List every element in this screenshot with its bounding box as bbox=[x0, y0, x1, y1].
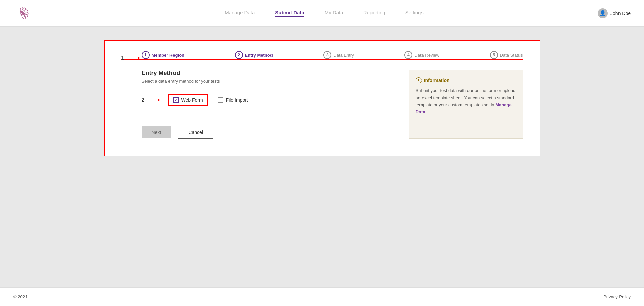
web-form-label: Web Form bbox=[181, 97, 203, 103]
nav-manage-data[interactable]: Manage Data bbox=[225, 10, 255, 17]
cancel-button[interactable]: Cancel bbox=[178, 126, 213, 139]
main-card: 1 1 Member Region 2 Entry Method bbox=[104, 40, 540, 156]
step-4: 4 Data Review bbox=[404, 51, 439, 59]
file-import-option[interactable]: File Import bbox=[218, 97, 248, 103]
file-import-label: File Import bbox=[226, 97, 248, 103]
step-3-circle: 3 bbox=[323, 51, 331, 59]
checkbox-row: ✓ Web Form File Import bbox=[168, 94, 395, 106]
stepper-underline bbox=[121, 59, 523, 60]
main-content: 1 1 Member Region 2 Entry Method bbox=[0, 27, 644, 287]
web-form-checkbox[interactable]: ✓ bbox=[173, 97, 179, 103]
step-5: 5 Data Status bbox=[490, 51, 523, 59]
user-avatar: 👤 bbox=[598, 8, 608, 18]
step-arrow-2: 2 bbox=[142, 97, 160, 103]
step-4-label: Data Review bbox=[414, 53, 439, 58]
button-row: Next Cancel bbox=[142, 126, 395, 139]
step-line-4-5 bbox=[443, 55, 487, 55]
info-title: i Information bbox=[416, 77, 516, 84]
copyright: © 2021 bbox=[13, 294, 28, 299]
main-nav: Manage Data Submit Data My Data Reportin… bbox=[50, 10, 598, 17]
logo bbox=[13, 5, 30, 22]
nav-submit-data[interactable]: Submit Data bbox=[275, 10, 304, 17]
step-3-label: Data Entry bbox=[333, 53, 354, 58]
step-1-label: Member Region bbox=[152, 53, 185, 58]
header: Manage Data Submit Data My Data Reportin… bbox=[0, 0, 644, 27]
step-5-label: Data Status bbox=[500, 53, 523, 58]
step-2-circle: 2 bbox=[235, 51, 243, 59]
form-left: Entry Method Select a data entry method … bbox=[142, 70, 395, 139]
nav-reporting[interactable]: Reporting bbox=[363, 10, 385, 17]
info-icon: i bbox=[416, 77, 422, 83]
web-form-option[interactable]: ✓ Web Form bbox=[168, 94, 208, 106]
info-body: Submit your test data with our online fo… bbox=[416, 87, 516, 115]
user-area[interactable]: 👤 John Doe bbox=[598, 8, 631, 18]
user-name: John Doe bbox=[610, 11, 631, 16]
step-arrow-1: 1 bbox=[121, 55, 140, 61]
step-5-circle: 5 bbox=[490, 51, 498, 59]
section-subtitle: Select a data entry method for your test… bbox=[142, 79, 395, 84]
svg-point-6 bbox=[20, 12, 23, 15]
step-line-3-4 bbox=[357, 55, 401, 55]
stepper: 1 Member Region 2 Entry Method 3 Data En… bbox=[142, 51, 523, 59]
info-box: i Information Submit your test data with… bbox=[409, 70, 523, 139]
footer: © 2021 Privacy Policy bbox=[0, 287, 644, 306]
step-4-circle: 4 bbox=[404, 51, 412, 59]
nav-settings[interactable]: Settings bbox=[405, 10, 424, 17]
step-1: 1 Member Region bbox=[142, 51, 185, 59]
step-2-label: Entry Method bbox=[245, 53, 273, 58]
form-section: Entry Method Select a data entry method … bbox=[121, 70, 523, 139]
file-import-checkbox[interactable] bbox=[218, 97, 223, 103]
section-title: Entry Method bbox=[142, 70, 395, 77]
next-button[interactable]: Next bbox=[142, 126, 171, 138]
step-2: 2 Entry Method bbox=[235, 51, 273, 59]
step-3: 3 Data Entry bbox=[323, 51, 354, 59]
step-line-2-3 bbox=[276, 55, 320, 55]
step-line-1-2 bbox=[188, 55, 232, 55]
nav-my-data[interactable]: My Data bbox=[325, 10, 343, 17]
step-1-circle: 1 bbox=[142, 51, 150, 59]
privacy-policy-link[interactable]: Privacy Policy bbox=[603, 294, 631, 299]
